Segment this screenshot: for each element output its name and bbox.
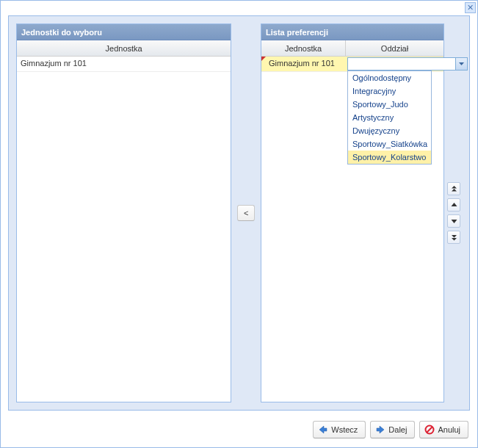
back-button[interactable]: Wstecz: [313, 421, 366, 438]
dept-cell: Ogólnodostępny Integracyjny Sportowy_Jud…: [346, 57, 469, 71]
dropdown-option[interactable]: Dwujęzyczny: [348, 124, 431, 137]
available-units-body: Gimnazjum nr 101: [17, 57, 231, 402]
dropdown-option[interactable]: Artystyczny: [348, 111, 431, 124]
available-units-panel: Jednostki do wyboru Jednostka Gimnazjum …: [16, 24, 231, 402]
move-bottom-button[interactable]: [447, 231, 460, 244]
dropdown-option[interactable]: Integracyjny: [348, 84, 431, 98]
chevron-down-icon[interactable]: [455, 57, 468, 71]
unit-cell: Gimnazjum nr 101: [261, 57, 346, 71]
unit-name: Gimnazjum nr 101: [269, 59, 335, 68]
double-arrow-up-icon: [451, 186, 457, 192]
dropdown-option[interactable]: Sportowy_Siatkówka: [348, 137, 431, 151]
next-button[interactable]: Dalej: [370, 421, 415, 438]
column-header-unit[interactable]: Jednostka: [17, 40, 231, 56]
arrow-left-icon: [318, 424, 328, 435]
dirty-indicator-icon: [261, 57, 266, 61]
dialog-footer: Wstecz Dalej Anuluj: [313, 421, 468, 438]
column-header-unit[interactable]: Jednostka: [261, 40, 346, 56]
dropdown-option[interactable]: Sportowy_Judo: [348, 98, 431, 111]
dept-dropdown: Ogólnodostępny Integracyjny Sportowy_Jud…: [347, 71, 432, 165]
column-header-dept[interactable]: Oddział: [346, 40, 443, 56]
move-left-button[interactable]: <: [237, 205, 255, 221]
transfer-column: <: [231, 24, 261, 402]
move-up-button[interactable]: [447, 198, 460, 212]
unit-cell: Gimnazjum nr 101: [17, 57, 231, 71]
preferences-panel: Lista preferencji Jednostka Oddział Gimn…: [261, 24, 444, 402]
move-down-button[interactable]: [447, 214, 460, 228]
available-units-header: Jednostka: [17, 40, 231, 57]
preferences-title: Lista preferencji: [261, 24, 443, 40]
arrow-down-icon: [451, 219, 457, 224]
arrow-right-icon: [375, 424, 385, 435]
move-top-button[interactable]: [447, 182, 460, 195]
table-row[interactable]: Gimnazjum nr 101: [17, 57, 231, 72]
dept-combobox[interactable]: Ogólnodostępny Integracyjny Sportowy_Jud…: [347, 57, 468, 71]
available-units-title: Jednostki do wyboru: [17, 24, 231, 40]
arrow-up-icon: [451, 203, 457, 208]
dialog-body: Jednostki do wyboru Jednostka Gimnazjum …: [8, 15, 470, 411]
cancel-label: Anuluj: [438, 425, 460, 434]
cancel-icon: [424, 424, 435, 435]
preferences-dialog: ✕ Jednostki do wyboru Jednostka Gimnazju…: [0, 0, 478, 448]
double-arrow-down-icon: [451, 234, 457, 241]
dropdown-option[interactable]: Ogólnodostępny: [348, 71, 431, 84]
close-icon[interactable]: ✕: [465, 2, 476, 13]
cancel-button[interactable]: Anuluj: [419, 421, 468, 438]
next-label: Dalej: [388, 425, 407, 434]
dropdown-option[interactable]: Sportowy_Kolarstwo: [348, 151, 431, 164]
reorder-buttons: [447, 24, 462, 402]
preferences-body: Gimnazjum nr 101 Ogólnodostępny: [261, 57, 443, 402]
preferences-header: Jednostka Oddział: [261, 40, 443, 57]
dept-input[interactable]: [347, 57, 455, 71]
back-label: Wstecz: [331, 425, 358, 434]
table-row[interactable]: Gimnazjum nr 101 Ogólnodostępny: [261, 57, 443, 72]
svg-line-1: [427, 427, 432, 432]
